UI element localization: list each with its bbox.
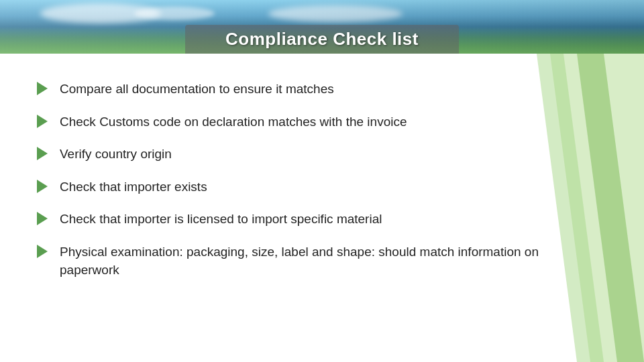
header-banner: Compliance Check list: [0, 0, 644, 54]
list-item: Check Customs code on declaration matche…: [37, 113, 560, 131]
bullet-text: Check that importer exists: [60, 178, 560, 196]
bullet-icon: [37, 245, 48, 258]
title-bar: Compliance Check list: [185, 25, 459, 54]
list-item: Compare all documentation to ensure it m…: [37, 80, 560, 99]
bullet-text: Physical examination: packaging, size, l…: [60, 243, 560, 279]
bullet-text: Verify country origin: [60, 145, 560, 164]
list-item: Check that importer exists: [37, 178, 560, 196]
page-title: Compliance Check list: [225, 29, 419, 50]
bullet-icon: [37, 180, 48, 193]
bullet-icon: [37, 212, 48, 225]
list-item: Check that importer is licensed to impor…: [37, 210, 560, 229]
bullet-icon: [37, 115, 48, 128]
bullet-text: Check that importer is licensed to impor…: [60, 210, 560, 229]
list-item: Physical examination: packaging, size, l…: [37, 243, 560, 279]
bullet-icon: [37, 147, 48, 160]
main-content: Compare all documentation to ensure it m…: [0, 54, 644, 362]
list-item: Verify country origin: [37, 145, 560, 164]
bullet-text: Compare all documentation to ensure it m…: [60, 80, 560, 99]
checklist: Compare all documentation to ensure it m…: [37, 80, 560, 294]
bullet-text: Check Customs code on declaration matche…: [60, 113, 560, 131]
bullet-icon: [37, 82, 48, 95]
